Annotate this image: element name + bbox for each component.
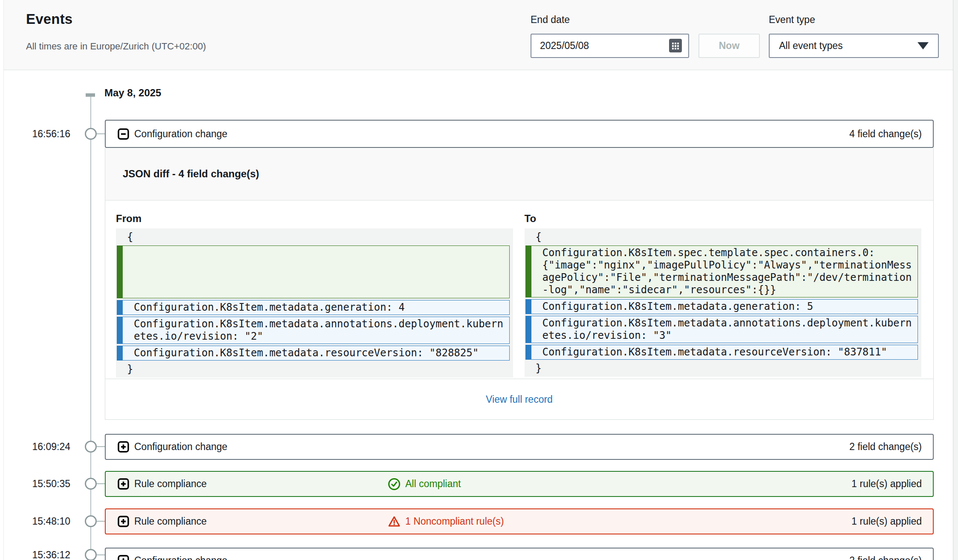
compliance-status-text: All compliant <box>405 478 461 490</box>
end-date-field[interactable] <box>531 34 689 58</box>
page-left-border <box>3 0 4 560</box>
to-label: To <box>525 213 922 225</box>
compliance-status: All compliant <box>388 478 461 491</box>
timeline-dot <box>85 549 97 560</box>
diff-from-column: From { Configuration.K8sItem.metadata.ge… <box>116 213 513 378</box>
event-time: 15:50:35 <box>17 478 70 490</box>
expand-icon[interactable] <box>118 555 129 560</box>
diff-row: Configuration.K8sItem.metadata.resourceV… <box>117 346 510 361</box>
events-page: Events All times are in Europe/Zurich (U… <box>0 0 958 560</box>
timeline-start-marker <box>86 93 95 97</box>
warning-triangle-icon <box>388 515 401 528</box>
event-type-select[interactable]: All event types <box>769 34 939 58</box>
from-label: From <box>116 213 513 225</box>
timeline-dot <box>85 515 97 527</box>
diff-row: Configuration.K8sItem.metadata.generatio… <box>525 299 918 314</box>
event-badge: 4 field change(s) <box>849 128 922 140</box>
diff-row: Configuration.K8sItem.metadata.annotatio… <box>117 317 510 344</box>
diff-row: Configuration.K8sItem.metadata.generatio… <box>117 300 510 315</box>
json-diff-title: JSON diff - 4 field change(s) <box>105 148 933 201</box>
timeline-connector <box>97 521 105 522</box>
view-full-record-link[interactable]: View full record <box>486 394 553 405</box>
event-type-value: All event types <box>779 40 843 52</box>
event-badge: 1 rule(s) applied <box>851 478 922 490</box>
vertical-scrollbar[interactable] <box>953 0 958 560</box>
diff-row-added: Configuration.K8sItem.spec.template.spec… <box>525 245 918 297</box>
now-button[interactable]: Now <box>698 34 760 58</box>
json-diff-panel: JSON diff - 4 field change(s) From { Con… <box>105 148 934 420</box>
expand-icon[interactable] <box>118 441 129 453</box>
timezone-note: All times are in Europe/Zurich (UTC+02:0… <box>26 41 206 52</box>
event-type-label: Event type <box>769 14 815 26</box>
timeline-connector <box>97 483 105 484</box>
diff-row: Configuration.K8sItem.metadata.resourceV… <box>525 345 918 360</box>
event-card-config-change-expanded[interactable]: Configuration change 4 field change(s) <box>105 120 934 148</box>
chevron-down-icon <box>918 42 929 49</box>
event-card-config-change[interactable]: Configuration change 2 field change(s) <box>105 548 934 560</box>
timeline-dot <box>85 128 97 140</box>
diff-to-column: To { Configuration.K8sItem.spec.template… <box>525 213 922 378</box>
header-band: Events All times are in Europe/Zurich (U… <box>4 0 953 70</box>
end-date-label: End date <box>531 14 570 26</box>
event-time: 16:56:16 <box>17 128 70 140</box>
calendar-icon[interactable] <box>669 38 682 55</box>
timeline-date-header: May 8, 2025 <box>104 87 161 99</box>
event-card-config-change[interactable]: Configuration change 2 field change(s) <box>105 434 934 460</box>
event-type-title: Configuration change <box>134 555 228 560</box>
timeline-dot <box>85 441 97 453</box>
from-code-block: { Configuration.K8sItem.metadata.generat… <box>116 228 513 378</box>
event-type-title: Configuration change <box>134 441 228 453</box>
timeline-connector <box>97 133 105 134</box>
event-time: 15:48:10 <box>17 515 70 527</box>
timeline-connector <box>97 446 105 447</box>
event-badge: 2 field change(s) <box>849 555 922 560</box>
view-full-record-row: View full record <box>105 378 933 419</box>
collapse-icon[interactable] <box>118 128 129 140</box>
diff-row: Configuration.K8sItem.metadata.annotatio… <box>525 316 918 343</box>
event-card-rule-compliance-ok[interactable]: Rule compliance All compliant 1 rule(s) … <box>105 471 934 497</box>
check-circle-icon <box>388 478 401 491</box>
event-time: 15:36:12 <box>17 549 70 560</box>
to-code-block: { Configuration.K8sItem.spec.template.sp… <box>525 228 922 377</box>
timeline-line <box>90 95 91 560</box>
expand-icon[interactable] <box>118 516 129 527</box>
diff-row-added-empty <box>117 245 510 298</box>
timeline-dot <box>85 478 97 490</box>
event-type-title: Configuration change <box>134 128 228 140</box>
compliance-status-text: 1 Noncompliant rule(s) <box>405 516 504 527</box>
event-badge: 2 field change(s) <box>849 441 922 453</box>
event-type-title: Rule compliance <box>134 516 207 527</box>
page-title: Events <box>26 11 72 27</box>
end-date-input[interactable] <box>540 40 669 52</box>
compliance-status: 1 Noncompliant rule(s) <box>388 515 504 528</box>
event-type-title: Rule compliance <box>134 478 207 490</box>
event-time: 16:09:24 <box>17 441 70 453</box>
event-badge: 1 rule(s) applied <box>851 516 922 527</box>
event-card-rule-compliance-fail[interactable]: Rule compliance 1 Noncompliant rule(s) 1… <box>105 508 934 534</box>
timeline-connector <box>97 554 105 555</box>
expand-icon[interactable] <box>118 478 129 490</box>
